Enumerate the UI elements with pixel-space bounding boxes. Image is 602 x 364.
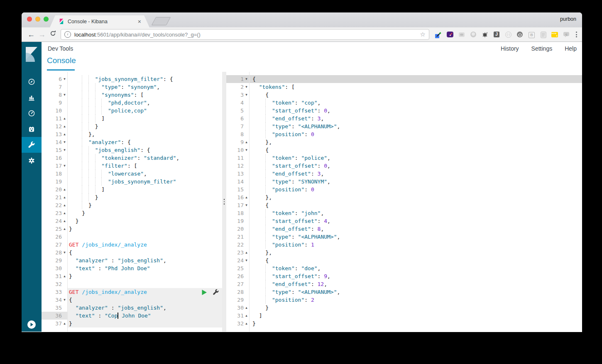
code-line[interactable]: "lowercase", bbox=[68, 170, 222, 178]
code-line[interactable]: "phd,doctor", bbox=[68, 99, 222, 107]
fold-toggle-icon[interactable]: ▾ bbox=[244, 257, 249, 264]
fold-toggle-icon[interactable]: ▴ bbox=[62, 130, 67, 138]
fold-toggle-icon[interactable]: ▴ bbox=[62, 320, 67, 327]
code-line[interactable]: } bbox=[68, 193, 222, 201]
code-line[interactable]: { bbox=[250, 146, 582, 154]
code-line[interactable]: "analyzer": { bbox=[68, 138, 222, 146]
code-line[interactable]: GET /jobs_index/_analyze bbox=[68, 288, 222, 296]
code-line[interactable]: } bbox=[68, 272, 222, 280]
fold-toggle-icon[interactable]: ▴ bbox=[62, 209, 67, 217]
code-line[interactable]: ] bbox=[68, 115, 222, 122]
fold-toggle-icon[interactable]: ▾ bbox=[244, 201, 249, 209]
fold-toggle-icon[interactable]: ▴ bbox=[244, 193, 249, 201]
code-line[interactable]: "filter": [ bbox=[68, 162, 222, 170]
code-line[interactable]: "token": "john", bbox=[250, 209, 582, 217]
code-line[interactable]: "jobs_synonym_filter" bbox=[68, 178, 222, 186]
json-viewer-j-icon[interactable]: J bbox=[493, 31, 500, 38]
code-line[interactable]: "end_offset": 12, bbox=[250, 280, 582, 288]
code-line[interactable]: "synonyms": [ bbox=[68, 91, 222, 99]
code-line[interactable]: ] bbox=[68, 186, 222, 193]
reload-icon[interactable] bbox=[47, 30, 58, 39]
code-line[interactable] bbox=[68, 280, 222, 288]
bug-icon[interactable] bbox=[482, 31, 489, 38]
sidebar-item-visualize[interactable] bbox=[22, 90, 42, 105]
send-request-play-icon[interactable] bbox=[201, 289, 207, 296]
fold-toggle-icon[interactable]: ▾ bbox=[244, 83, 249, 91]
code-line[interactable]: "start_offset": 0, bbox=[250, 107, 582, 115]
speedometer-icon[interactable] bbox=[447, 31, 454, 38]
code-line[interactable]: } bbox=[68, 320, 222, 327]
sidebar-item-dev-tools[interactable] bbox=[22, 137, 42, 153]
paren-circle-icon[interactable]: (-) bbox=[505, 31, 512, 38]
fold-toggle-icon[interactable]: ▴ bbox=[62, 122, 67, 130]
code-line[interactable]: "start_offset": 9, bbox=[250, 272, 582, 280]
fold-toggle-icon[interactable]: ▾ bbox=[62, 249, 67, 257]
chat-bubble-icon[interactable]: q bbox=[563, 31, 570, 38]
maximize-window-icon[interactable] bbox=[44, 17, 49, 22]
fold-toggle-icon[interactable]: ▾ bbox=[62, 146, 67, 154]
close-window-icon[interactable] bbox=[27, 17, 32, 22]
code-line[interactable]: "text" : "Phd John Doe" bbox=[68, 264, 222, 272]
code-line[interactable]: { bbox=[68, 296, 222, 304]
minimize-window-icon[interactable] bbox=[35, 17, 40, 22]
note-page-icon[interactable] bbox=[540, 31, 547, 38]
browser-tab-console-kibana[interactable]: Console - Kibana × bbox=[50, 15, 149, 27]
code-line[interactable]: "analyzer" : "jobs_english", bbox=[68, 257, 222, 264]
fold-toggle-icon[interactable]: ▾ bbox=[62, 91, 67, 99]
url-bar[interactable]: i localhost:5601/app/kibana#/dev_tools/c… bbox=[61, 29, 429, 40]
code-line[interactable] bbox=[68, 233, 222, 241]
fold-toggle-icon[interactable]: ▴ bbox=[62, 217, 67, 225]
code-line[interactable]: } bbox=[68, 122, 222, 130]
code-line[interactable]: "position": 1 bbox=[250, 241, 582, 249]
fold-toggle-icon[interactable]: ▴ bbox=[62, 272, 67, 280]
code-line[interactable]: "jobs_english": { bbox=[68, 146, 222, 154]
letter-b-icon[interactable]: B bbox=[528, 31, 535, 38]
gray-circle-icon[interactable] bbox=[470, 31, 477, 38]
fold-toggle-icon[interactable]: ▾ bbox=[62, 75, 67, 83]
code-line[interactable]: }, bbox=[250, 193, 582, 201]
settings-link[interactable]: Settings bbox=[531, 45, 553, 52]
new-tab-button[interactable] bbox=[152, 17, 171, 25]
sidebar-item-discover[interactable] bbox=[22, 74, 42, 90]
fold-toggle-icon[interactable]: ▾ bbox=[244, 91, 249, 99]
tab-close-icon[interactable]: × bbox=[138, 19, 141, 24]
request-editor[interactable]: 6▾78▾91011▴12▴13▴14▾15▾1617▾181920▴21▴22… bbox=[42, 72, 222, 332]
code-line[interactable]: "end_offset": 8, bbox=[250, 225, 582, 233]
sidebar-item-timelion[interactable] bbox=[22, 121, 42, 137]
fold-toggle-icon[interactable]: ▴ bbox=[244, 312, 249, 320]
code-line[interactable]: { bbox=[250, 75, 582, 83]
code-line[interactable]: } bbox=[68, 225, 222, 233]
request-settings-wrench-icon[interactable] bbox=[213, 289, 219, 296]
code-line[interactable]: "start_offset": 4, bbox=[250, 217, 582, 225]
code-line[interactable]: } bbox=[68, 217, 222, 225]
code-line[interactable]: "end_offset": 3, bbox=[250, 115, 582, 122]
back-icon[interactable]: ← bbox=[26, 30, 37, 39]
fold-toggle-icon[interactable]: ▾ bbox=[244, 146, 249, 154]
fold-toggle-icon[interactable]: ▴ bbox=[62, 115, 67, 122]
kibana-logo-icon[interactable] bbox=[22, 42, 42, 67]
code-line[interactable]: } bbox=[68, 201, 222, 209]
code-line[interactable]: "position": 0 bbox=[250, 186, 582, 193]
code-line[interactable]: "text" : "Cop John Doe" bbox=[68, 312, 222, 320]
sidebar-item-management[interactable] bbox=[22, 153, 42, 169]
panel-splitter-handle[interactable] bbox=[222, 72, 226, 332]
code-line[interactable]: "type": "<ALPHANUM>", bbox=[250, 122, 582, 130]
fold-toggle-icon[interactable]: ▴ bbox=[62, 186, 67, 193]
code-line[interactable]: }, bbox=[68, 130, 222, 138]
code-line[interactable]: "type": "<ALPHANUM>", bbox=[250, 288, 582, 296]
chrome-menu-icon[interactable] bbox=[575, 32, 578, 37]
page-info-icon[interactable]: i bbox=[64, 31, 71, 38]
code-line[interactable]: }, bbox=[250, 249, 582, 257]
code-line[interactable]: { bbox=[250, 201, 582, 209]
yellow-ellipsis-icon[interactable]: ••• bbox=[551, 31, 558, 38]
code-line[interactable]: ] bbox=[250, 312, 582, 320]
code-line[interactable]: "position": 0 bbox=[250, 130, 582, 138]
fold-toggle-icon[interactable]: ▴ bbox=[244, 249, 249, 257]
code-line[interactable]: "type": "<ALPHANUM>", bbox=[250, 233, 582, 241]
fold-toggle-icon[interactable]: ▾ bbox=[244, 75, 249, 83]
code-line[interactable]: "position": 2 bbox=[250, 296, 582, 304]
code-line[interactable]: "token": "police", bbox=[250, 154, 582, 162]
fold-toggle-icon[interactable]: ▾ bbox=[62, 296, 67, 304]
fold-toggle-icon[interactable]: ▴ bbox=[244, 304, 249, 312]
fold-toggle-icon[interactable]: ▴ bbox=[244, 138, 249, 146]
